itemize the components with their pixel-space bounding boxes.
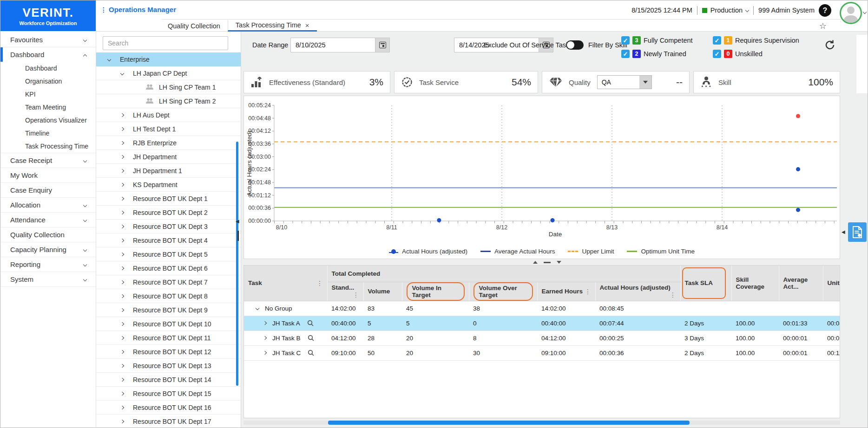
tree-item-resource-bot-uk-dept-16[interactable]: Resource BOT UK Dept 16 bbox=[96, 401, 241, 415]
chevron-right-icon[interactable] bbox=[120, 350, 124, 353]
horizontal-scrollbar-thumb[interactable] bbox=[328, 421, 690, 425]
chevron-right-icon[interactable] bbox=[120, 224, 124, 228]
search-row-icon[interactable] bbox=[308, 350, 314, 356]
search-input[interactable] bbox=[103, 36, 228, 50]
sidebar-subitem-kpi[interactable]: KPI bbox=[0, 88, 96, 101]
col-skill-coverage[interactable]: Skill Coverage bbox=[731, 266, 779, 301]
tree-item-resource-bot-uk-dept-3[interactable]: Resource BOT UK Dept 3 bbox=[96, 220, 241, 233]
expand-down-icon[interactable] bbox=[557, 261, 561, 264]
chevron-right-icon[interactable] bbox=[120, 377, 124, 381]
checkbox-checked-icon[interactable]: ✓ bbox=[713, 50, 721, 58]
chevron-right-icon[interactable] bbox=[120, 405, 124, 409]
chevron-right-icon[interactable] bbox=[120, 322, 124, 325]
row-expand-icon[interactable] bbox=[256, 306, 259, 310]
column-menu-icon[interactable]: ⋮ bbox=[316, 279, 323, 287]
tree-item-resource-bot-uk-dept-4[interactable]: Resource BOT UK Dept 4 bbox=[96, 233, 241, 247]
tree-item-resource-bot-uk-dept-15[interactable]: Resource BOT UK Dept 15 bbox=[96, 387, 241, 401]
chevron-right-icon[interactable] bbox=[120, 169, 124, 172]
chevron-right-icon[interactable] bbox=[120, 155, 124, 158]
row-expand-icon[interactable] bbox=[263, 321, 267, 325]
tree-item-lh-sing-cp-team-1[interactable]: LH Sing CP Team 1 bbox=[96, 80, 241, 94]
calendar-icon[interactable] bbox=[375, 38, 390, 52]
sidebar-item-system[interactable]: System bbox=[0, 272, 96, 286]
table-row-jh-task-a[interactable]: JH Task A00:40:0055000:40:0000:07:442 Da… bbox=[244, 316, 840, 331]
tree-item-resource-bot-uk-dept-10[interactable]: Resource BOT UK Dept 10 bbox=[96, 317, 241, 331]
column-menu-icon[interactable]: ⋮ bbox=[585, 288, 591, 295]
tree-item-resource-bot-uk-dept-6[interactable]: Resource BOT UK Dept 6 bbox=[96, 261, 241, 275]
chevron-right-icon[interactable] bbox=[120, 252, 124, 256]
table-row-no-group[interactable]: No Group14:02:0083453814:02:0000:08:45 bbox=[244, 301, 840, 316]
collapse-panel-arrow-icon[interactable]: ◀ bbox=[842, 229, 845, 234]
chevron-right-icon[interactable] bbox=[120, 280, 124, 284]
tree-scrollbar[interactable] bbox=[236, 142, 238, 386]
tree-item-resource-bot-uk-dept-2[interactable]: Resource BOT UK Dept 2 bbox=[96, 206, 241, 220]
col-volume[interactable]: Volume bbox=[363, 282, 402, 301]
search-row-icon[interactable] bbox=[308, 335, 314, 341]
panel-drag-handle[interactable] bbox=[237, 231, 239, 241]
search-row-icon[interactable] bbox=[307, 320, 314, 326]
sidebar-subitem-team-meeting[interactable]: Team Meeting bbox=[0, 101, 96, 114]
tree-item-resource-bot-uk-dept-11[interactable]: Resource BOT UK Dept 11 bbox=[96, 331, 241, 345]
col-standard[interactable]: Stand...⋮ bbox=[327, 282, 363, 301]
favorite-star-icon[interactable]: ☆ bbox=[819, 21, 827, 31]
horizontal-scrollbar-track[interactable] bbox=[243, 421, 840, 425]
tree-item-jh-department[interactable]: JH Department bbox=[96, 150, 241, 164]
avatar[interactable] bbox=[840, 2, 862, 24]
chevron-right-icon[interactable] bbox=[120, 196, 124, 200]
chevron-right-icon[interactable] bbox=[120, 238, 124, 242]
column-menu-icon[interactable]: ⋮ bbox=[353, 291, 359, 298]
sidebar-subitem-operations-visualizer[interactable]: Operations Visualizer bbox=[0, 114, 96, 127]
column-menu-icon[interactable]: ⋮ bbox=[670, 291, 676, 298]
sidebar-item-quality-collection[interactable]: Quality Collection bbox=[0, 227, 96, 242]
export-report-button[interactable] bbox=[848, 222, 867, 242]
tree-item-jh-department-1[interactable]: JH Department 1 bbox=[96, 164, 241, 178]
sidebar-item-attendance[interactable]: Attendance bbox=[0, 213, 96, 227]
sidebar-item-case-enquiry[interactable]: Case Enquiry bbox=[0, 183, 96, 197]
help-icon[interactable]: ? bbox=[819, 4, 831, 17]
sidebar-item-dashboard[interactable]: Dashboard bbox=[0, 47, 96, 62]
checkbox-checked-icon[interactable]: ✓ bbox=[713, 36, 721, 45]
col-task-sla[interactable]: Task SLA bbox=[680, 266, 731, 301]
tree-item-resource-bot-uk-dept-9[interactable]: Resource BOT UK Dept 9 bbox=[96, 303, 241, 317]
row-expand-icon[interactable] bbox=[263, 351, 267, 355]
sidebar-item-reporting[interactable]: Reporting bbox=[0, 257, 96, 272]
tree-item-resource-bot-uk-dept-1[interactable]: Resource BOT UK Dept 1 bbox=[96, 192, 241, 206]
col-volume-in-target[interactable]: Volume In Target bbox=[402, 282, 469, 301]
col-average-actual[interactable]: Average Act... bbox=[779, 266, 823, 301]
chevron-down-icon[interactable] bbox=[120, 71, 124, 75]
sidebar-item-case-receipt[interactable]: Case Receipt bbox=[0, 153, 96, 168]
chevron-down-icon[interactable] bbox=[863, 10, 867, 14]
chevron-right-icon[interactable] bbox=[120, 308, 124, 311]
chevron-right-icon[interactable] bbox=[120, 419, 124, 423]
col-unit[interactable]: Unit... bbox=[823, 266, 840, 301]
col-volume-over-target[interactable]: Volume Over Target bbox=[469, 282, 537, 301]
sidebar-subitem-timeline[interactable]: Timeline bbox=[0, 127, 96, 140]
col-earned-hours[interactable]: Earned Hours⋮ bbox=[537, 282, 595, 301]
table-row-jh-task-c[interactable]: JH Task C09:10:0050203009:10:0000:00:362… bbox=[244, 345, 840, 360]
tree-item-lh-aus-dept[interactable]: LH Aus Dept bbox=[96, 108, 241, 122]
chevron-right-icon[interactable] bbox=[120, 113, 124, 117]
tree-item-resource-bot-uk-dept-5[interactable]: Resource BOT UK Dept 5 bbox=[96, 247, 241, 261]
tree-item-lh-sing-cp-team-2[interactable]: LH Sing CP Team 2 bbox=[96, 94, 241, 108]
tree-item-ks-department[interactable]: KS Department bbox=[96, 178, 241, 192]
tree-item-enterprise[interactable]: Enterprise bbox=[96, 52, 241, 66]
sidebar-subitem-task-processing-time[interactable]: Task Processing Time bbox=[0, 140, 96, 153]
tree-item-resource-bot-uk-dept-17[interactable]: Resource BOT UK Dept 17 bbox=[96, 415, 241, 428]
tree-item-resource-bot-uk-dept-12[interactable]: Resource BOT UK Dept 12 bbox=[96, 345, 241, 359]
splitter-handle[interactable] bbox=[544, 262, 551, 263]
tree-item-rjb-enterprize[interactable]: RJB Enterprize bbox=[96, 136, 241, 150]
chevron-right-icon[interactable] bbox=[120, 266, 124, 270]
col-actual-hours-adjusted[interactable]: Actual Hours (adjusted)⋮ bbox=[595, 282, 680, 301]
tree-item-resource-bot-uk-dept-13[interactable]: Resource BOT UK Dept 13 bbox=[96, 359, 241, 373]
tab-quality-collection[interactable]: Quality Collection bbox=[160, 20, 228, 32]
date-from-input[interactable] bbox=[290, 38, 375, 52]
environment-selector[interactable]: Production bbox=[702, 6, 749, 14]
table-row-jh-task-b[interactable]: JH Task B04:12:002820804:12:0000:00:253 … bbox=[244, 331, 840, 345]
chevron-right-icon[interactable] bbox=[120, 363, 124, 367]
chevron-right-icon[interactable] bbox=[120, 336, 124, 339]
checkbox-checked-icon[interactable]: ✓ bbox=[621, 50, 630, 58]
chevron-down-icon[interactable] bbox=[107, 57, 111, 61]
col-task[interactable]: Task⋮ bbox=[244, 266, 327, 301]
chevron-right-icon[interactable] bbox=[120, 127, 124, 130]
chevron-right-icon[interactable] bbox=[120, 294, 124, 298]
